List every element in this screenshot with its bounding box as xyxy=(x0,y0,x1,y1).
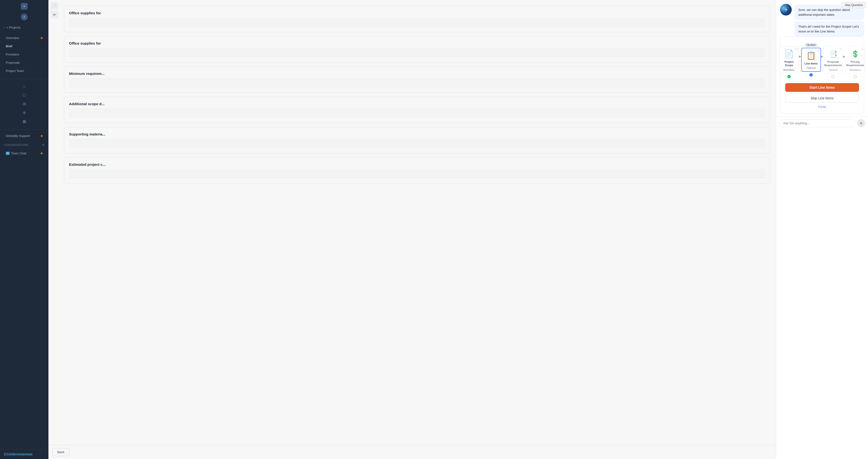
sidebar-item-globality-support[interactable]: Globality Support xyxy=(2,132,46,140)
step-label-pricing-req: Pricing Requirements xyxy=(846,60,864,67)
step-line-items: Up Next ⓘ 📋 Line Items Optional xyxy=(801,43,821,77)
add-button[interactable]: + xyxy=(21,13,28,20)
connector-3: ▶ xyxy=(843,55,845,65)
step-project-scope: ⓘ 📄 Project Scope Mandatory ✓ xyxy=(779,41,799,78)
sidebar-nav: Overview Brief Providers Proposals Proje… xyxy=(0,32,49,449)
globality-support-label: Globality Support xyxy=(6,134,30,138)
form-section-2-title: Office supplies for xyxy=(69,41,765,45)
chat-input[interactable] xyxy=(779,119,856,127)
overview-dot xyxy=(41,37,42,39)
step-card-line-items: ⓘ 📋 Line Items Optional xyxy=(801,48,821,72)
step-info-icon-pricing-req: ⓘ xyxy=(862,48,864,51)
home-icon[interactable]: ⌂ xyxy=(20,82,29,91)
form-section-1-body xyxy=(69,18,765,27)
step-info-icon-proposal-req: ⓘ xyxy=(839,48,842,51)
send-icon: ➤ xyxy=(860,121,863,125)
step-label-project-scope: Project Scope xyxy=(781,60,797,67)
form-section-5: Supporting materia... xyxy=(64,127,770,153)
step-proposal-requirements: ⓘ 📑 Proposal Requirements Optional xyxy=(823,41,843,78)
step-indicator-project-scope: ✓ xyxy=(787,75,791,78)
conversations-section: Conversations + xyxy=(0,141,49,149)
sidebar-item-brief[interactable]: Brief xyxy=(2,42,46,50)
up-next-badge: Up Next xyxy=(805,43,817,47)
step-card-project-scope: ⓘ 📄 Project Scope Mandatory xyxy=(779,46,799,74)
sidebar-item-proposals[interactable]: Proposals xyxy=(2,59,46,67)
step-icon-project-scope: 📄 xyxy=(784,49,794,59)
step-pricing-requirements: ⓘ 💲 Pricing Requirements Mandatory xyxy=(845,41,865,78)
form-section-4-body xyxy=(69,108,765,118)
chat-panel: Skip Question Sure, we can skip the ques… xyxy=(776,0,868,459)
back-to-projects-link[interactable]: ‹ < Projects xyxy=(0,23,49,32)
form-section-5-title: Supporting materia... xyxy=(69,132,765,136)
team-chat-badge: 1 xyxy=(6,152,10,155)
form-section-2-body xyxy=(69,48,765,57)
panel-icons: 📄 ≫ xyxy=(51,2,58,19)
progress-steps: ⓘ 📄 Project Scope Mandatory ✓ ▶ Up Next … xyxy=(785,41,859,78)
form-area: 📄 ≫ Office supplies for Office supplies … xyxy=(49,0,776,459)
arrow-icon-2: ▶ xyxy=(821,55,823,58)
form-section-6: Estimated project c... xyxy=(64,157,770,184)
back-arrow-icon: ‹ xyxy=(4,26,5,29)
form-section-6-title: Estimated project c... xyxy=(69,162,765,167)
sidebar-footer: CCentersmaxmax xyxy=(0,449,49,459)
skip-line-items-button[interactable]: Skip Line Items xyxy=(785,94,859,103)
grid-icon[interactable]: ⊕ xyxy=(20,108,29,117)
sidebar-item-proposals-label: Proposals xyxy=(6,61,20,64)
form-section-1-title: Office supplies for xyxy=(69,11,765,15)
connector-2: ▶ xyxy=(821,55,823,65)
sidebar-item-overview[interactable]: Overview xyxy=(2,34,46,42)
sidebar-item-providers[interactable]: Providers xyxy=(2,50,46,58)
team-chat-dot xyxy=(41,152,42,154)
main-content: 📄 ≫ Office supplies for Office supplies … xyxy=(49,0,868,459)
form-section-4-title: Additional scope d... xyxy=(69,102,765,106)
step-badge-proposal-req: Optional xyxy=(829,68,837,71)
close-button[interactable]: Close xyxy=(818,105,826,109)
document-icon[interactable]: ◻ xyxy=(20,91,29,99)
step-info-icon-line-items: ⓘ xyxy=(817,49,819,53)
form-section-4: Additional scope d... xyxy=(64,97,770,123)
step-indicator-proposal-req xyxy=(831,75,835,78)
step-icon-line-items: 📋 xyxy=(806,51,816,60)
form-section-6-body xyxy=(69,169,765,179)
chat-send-button[interactable]: ➤ xyxy=(857,119,865,127)
step-label-proposal-req: Proposal Requirements xyxy=(824,60,842,67)
brand-logo: CCentersmaxmax xyxy=(4,452,44,456)
bottom-bar: Back xyxy=(49,445,776,459)
step-badge-line-items: Optional xyxy=(806,67,815,69)
sidebar-item-overview-label: Overview xyxy=(6,36,19,40)
sidebar-item-team-chat[interactable]: 1 Team Chat xyxy=(2,149,46,157)
sidebar-item-project-team-label: Project Team xyxy=(6,69,24,73)
step-indicator-line-items xyxy=(809,73,813,77)
chart-icon[interactable]: ▦ xyxy=(20,117,29,125)
sidebar-item-brief-label: Brief xyxy=(6,45,12,48)
connector-1: ▶ xyxy=(799,55,801,65)
form-section-5-body xyxy=(69,139,765,148)
step-label-line-items: Line Items xyxy=(805,62,817,65)
start-line-items-button[interactable]: Start Line Items xyxy=(785,83,859,92)
skip-question-button[interactable]: Skip Question xyxy=(842,2,866,8)
glo-avatar xyxy=(780,4,792,16)
chat-bubble-2: That's all I need for the Project Scope!… xyxy=(795,22,864,36)
app-logo-icon: ✦ xyxy=(21,3,28,10)
arrow-icon-3: ▶ xyxy=(843,55,845,58)
form-section-3-title: Minimum requirem... xyxy=(69,71,765,76)
expand-panel-icon[interactable]: ≫ xyxy=(51,11,58,19)
add-conversation-icon[interactable]: + xyxy=(42,143,44,147)
step-icon-proposal-req: 📑 xyxy=(828,49,838,59)
document-panel-icon[interactable]: 📄 xyxy=(51,2,58,10)
people-icon[interactable]: ⊞ xyxy=(20,99,29,108)
globality-support-dot xyxy=(41,135,42,137)
step-card-pricing-requirements: ⓘ 💲 Pricing Requirements Mandatory xyxy=(845,46,865,74)
form-section-2: Office supplies for xyxy=(64,36,770,62)
form-section-1: Office supplies for xyxy=(64,6,770,32)
step-icon-pricing-req: 💲 xyxy=(850,49,860,59)
back-button[interactable]: Back xyxy=(52,448,69,456)
form-section-3-body xyxy=(69,78,765,88)
step-info-icon-project-scope: ⓘ xyxy=(795,48,798,51)
progress-dialog: ⓘ 📄 Project Scope Mandatory ✓ ▶ Up Next … xyxy=(780,36,864,114)
sidebar-item-project-team[interactable]: Project Team xyxy=(2,67,46,75)
sidebar-item-providers-label: Providers xyxy=(6,53,19,56)
form-section-3: Minimum requirem... xyxy=(64,66,770,93)
team-chat-label: Team Chat xyxy=(11,151,26,155)
conversations-label: Conversations xyxy=(4,143,28,146)
